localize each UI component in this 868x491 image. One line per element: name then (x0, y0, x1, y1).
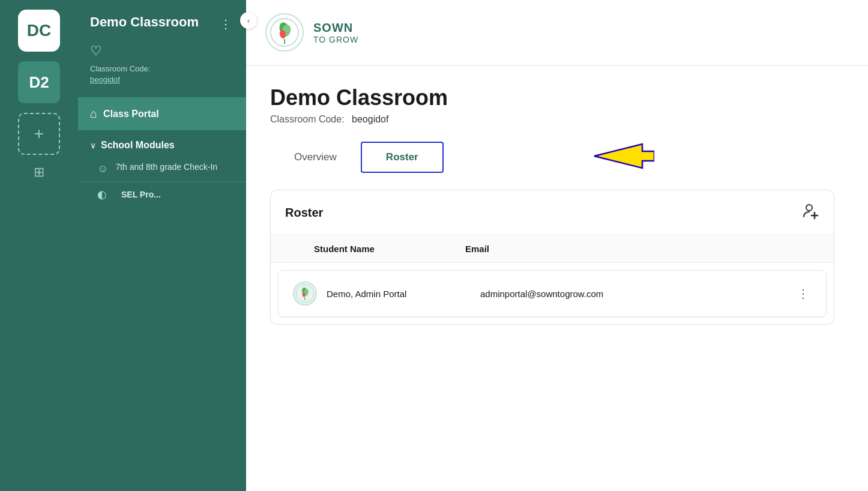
student-avatar (293, 282, 317, 306)
roster-header-row: Roster (271, 190, 834, 235)
tab-roster-label: Roster (386, 151, 418, 163)
svg-marker-5 (594, 144, 654, 168)
school-modules-header[interactable]: ∨ School Modules (78, 130, 246, 155)
tab-overview-label: Overview (294, 151, 337, 163)
logo-circle (265, 13, 304, 52)
page-body: Demo Classroom Classroom Code: beogidof … (246, 66, 868, 491)
roster-student-row: Demo, Admin Portal adminportal@sowntogro… (278, 270, 827, 317)
arrow-annotation (582, 138, 654, 176)
module-checkin-label: 7th and 8th grade Check-In (115, 161, 217, 172)
checkin-icon: ☺ (97, 163, 108, 175)
brand-sub: TO GROW (313, 35, 358, 44)
sidebar-code-label: Classroom Code: (90, 64, 150, 73)
module-item-sel[interactable]: ◐ SEL Pro... (78, 181, 246, 207)
tab-roster[interactable]: Roster (361, 142, 444, 173)
roster-section-title: Roster (285, 206, 323, 220)
class-portal-item[interactable]: ⌂ Class Portal (78, 97, 246, 130)
chevron-left-icon: ‹ (247, 16, 250, 25)
brand-text: SOWN TO GROW (313, 21, 358, 44)
add-classroom-button[interactable]: + (18, 113, 60, 155)
student-avatar-svg (295, 284, 315, 303)
plus-icon: + (34, 124, 44, 143)
yellow-arrow-svg (582, 138, 654, 174)
school-modules-label: School Modules (101, 140, 175, 151)
home-icon: ⌂ (90, 107, 97, 121)
module-sel-label: SEL Pro... (121, 190, 161, 199)
roster-column-headers: Student Name Email (271, 235, 834, 263)
module-item-checkin[interactable]: ☺ 7th and 8th grade Check-In (78, 155, 246, 181)
tab-overview[interactable]: Overview (270, 143, 361, 172)
sidebar: Demo Classroom ⋮ ♡ Classroom Code: beogi… (78, 0, 246, 491)
sidebar-classroom-code: Classroom Code: beogidof (78, 64, 246, 97)
top-bar: SOWN TO GROW (246, 0, 868, 66)
sidebar-code-value[interactable]: beogidof (90, 75, 120, 84)
sidebar-classroom-title: Demo Classroom (90, 14, 199, 30)
svg-point-6 (806, 205, 812, 211)
student-name: Demo, Admin Portal (327, 289, 480, 299)
main-content: SOWN TO GROW Demo Classroom Classroom Co… (246, 0, 868, 491)
d2-badge[interactable]: D2 (18, 61, 60, 103)
class-portal-label: Class Portal (103, 109, 158, 119)
brand-name: SOWN (313, 21, 358, 35)
logo-svg (270, 17, 300, 47)
sidebar-options-button[interactable]: ⋮ (217, 14, 234, 34)
col-header-student-name: Student Name (285, 244, 465, 254)
col-header-email: Email (465, 244, 819, 254)
tabs-row: Overview Roster (270, 142, 844, 173)
roster-section: Roster Student Name Email (270, 190, 834, 325)
code-label: Classroom Code: (270, 114, 345, 124)
chevron-down-icon: ∨ (90, 140, 96, 150)
sidebar-heart-icon[interactable]: ♡ (78, 43, 246, 64)
sidebar-collapse-button[interactable]: ‹ (240, 12, 257, 29)
add-student-button[interactable] (803, 202, 819, 223)
icon-bar: DC D2 + ⊞ (0, 0, 78, 491)
page-title: Demo Classroom (270, 85, 844, 110)
sidebar-header: Demo Classroom ⋮ (78, 0, 246, 43)
grid-icon[interactable]: ⊞ (34, 164, 44, 180)
add-student-icon-svg (803, 202, 819, 219)
classroom-code-line: Classroom Code: beogidof (270, 114, 844, 125)
dc-badge[interactable]: DC (18, 10, 60, 52)
student-email: adminportal@sowntogrow.com (480, 289, 795, 299)
sel-icon: ◐ (97, 188, 107, 201)
row-options-button[interactable]: ⋮ (795, 286, 812, 301)
code-value: beogidof (352, 114, 388, 124)
